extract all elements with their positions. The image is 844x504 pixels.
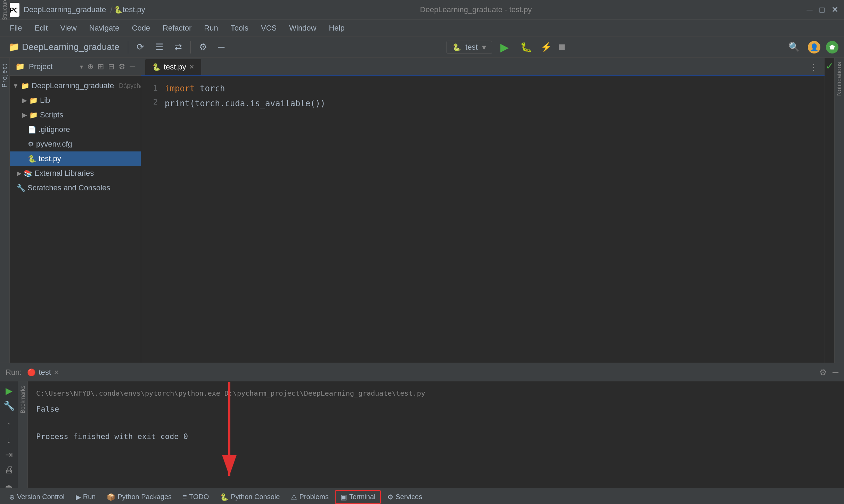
run-settings-btn[interactable]: ⚙ (819, 367, 827, 377)
menu-navigate[interactable]: Navigate (84, 22, 125, 35)
run-scroll-up-btn[interactable]: ↑ (7, 420, 11, 430)
bookmarks-label: Bookmarks (20, 386, 26, 413)
pyconsole-icon: 🐍 (220, 493, 229, 501)
menu-code[interactable]: Code (126, 22, 156, 35)
menu-vcs[interactable]: VCS (255, 22, 282, 35)
line-numbers: 1 2 (141, 81, 162, 357)
panel-locate-btn[interactable]: ⊕ (87, 62, 93, 71)
notifications-label[interactable]: Notifications (836, 62, 843, 96)
run-tab-icon: 🔴 (27, 368, 36, 377)
run-config-selector[interactable]: 🐍 test ▾ (446, 41, 492, 54)
code-area[interactable]: import torch print(torch.cuda.is_availab… (162, 81, 825, 357)
tree-item-external-libs[interactable]: ▶ 📚 External Libraries (10, 166, 141, 181)
extlib-label: External Libraries (34, 169, 94, 178)
toolbar-structure-btn[interactable]: ☰ (153, 40, 166, 54)
run-scroll-down-btn[interactable]: ↓ (7, 435, 11, 445)
testpy-label: test.py (39, 154, 61, 163)
scripts-folder-label: Scripts (40, 110, 63, 119)
run-wrench-btn[interactable]: 🔧 (3, 400, 15, 411)
window-controls[interactable]: ─ □ ✕ (806, 5, 838, 15)
tree-item-pyvenv[interactable]: ⚙ pyvenv.cfg (10, 137, 141, 151)
tree-item-scripts[interactable]: ▶ 📁 Scripts (10, 108, 141, 122)
run-restart-btn[interactable]: ▶ (6, 386, 13, 396)
toolbar-minus-btn[interactable]: ─ (215, 40, 227, 54)
tree-item-scratches[interactable]: 🔧 Scratches and Consoles (10, 181, 141, 195)
search-everywhere-button[interactable]: 🔍 (786, 40, 802, 54)
titlebar: PC DeepLearning_graduate / 🐍 test.py Dee… (0, 0, 844, 19)
python-console-btn[interactable]: 🐍 Python Console (215, 491, 285, 503)
user-avatar[interactable]: 👤 (808, 41, 820, 53)
project-sidebar-label[interactable]: Project (1, 63, 8, 88)
services-btn[interactable]: ⚙ Services (382, 491, 427, 503)
todo-btn[interactable]: ≡ TODO (178, 491, 214, 503)
menu-refactor[interactable]: Refactor (157, 22, 197, 35)
pyvenv-label: pyvenv.cfg (36, 140, 72, 149)
expand-icon-scripts: ▶ (22, 111, 27, 119)
panel-hide-btn[interactable]: ─ (130, 62, 135, 71)
run-print-btn[interactable]: 🖨 (5, 464, 14, 475)
tree-item-gitignore[interactable]: 📄 .gitignore (10, 122, 141, 137)
menu-edit[interactable]: Edit (29, 22, 53, 35)
menu-window[interactable]: Window (284, 22, 322, 35)
lib-folder-label: Lib (40, 96, 50, 105)
tree-item-lib[interactable]: ▶ 📁 Lib (10, 93, 141, 108)
menu-tools[interactable]: Tools (225, 22, 254, 35)
toolbar-settings-btn[interactable]: ⚙ (196, 40, 210, 54)
folder-icon: 📁 (15, 62, 25, 71)
editor-area: 🐍 test.py ✕ ⋮ 1 2 import torch print(tor… (141, 58, 825, 363)
terminal-btn[interactable]: ▣ Terminal (335, 490, 381, 504)
run-soft-wrap-btn[interactable]: ⇥ (5, 449, 13, 460)
titlebar-separator: / (110, 5, 113, 15)
run-tab-name: test (39, 368, 51, 377)
menu-help[interactable]: Help (323, 22, 350, 35)
titlebar-center-title: DeepLearning_graduate - test.py (145, 5, 807, 14)
pyconsole-label: Python Console (231, 493, 280, 501)
menu-run[interactable]: Run (198, 22, 223, 35)
main-area: Project 📁 Project ▾ ⊕ ⊞ ⊟ ⚙ ─ ▼ 📁 DeepLe… (0, 58, 844, 363)
terminal-icon: ▣ (341, 493, 347, 501)
toolbar-separator-1 (128, 41, 128, 53)
problems-btn[interactable]: ⚠ Problems (286, 491, 333, 503)
menu-view[interactable]: View (55, 22, 82, 35)
stop-button[interactable]: ⏹ (557, 42, 566, 52)
panel-settings-btn[interactable]: ⚙ (118, 62, 125, 71)
code-line-1: import torch (165, 81, 825, 96)
panel-expand-btn[interactable]: ⊞ (98, 62, 104, 71)
run-button[interactable]: ▶ (498, 39, 512, 55)
editor-content[interactable]: 1 2 import torch print(torch.cuda.is_ava… (141, 76, 825, 363)
maximize-button[interactable]: □ (820, 5, 825, 15)
run-with-coverage-button[interactable]: ⚡ (541, 42, 552, 52)
run-statusbar-btn[interactable]: ▶ Run (71, 491, 101, 503)
version-control-btn[interactable]: ⊕ Version Control (4, 491, 69, 503)
structure-left-strip: Structure (0, 0, 10, 18)
expand-icon-root: ▼ (13, 82, 19, 90)
toolbar-separator-2 (190, 41, 191, 53)
plugin-icon[interactable]: ⬟ (826, 41, 838, 53)
run-clear-btn[interactable]: 🗑 (5, 484, 14, 488)
pyvenv-icon: ⚙ (28, 140, 34, 148)
run-output-false: False (36, 402, 836, 416)
tree-item-testpy[interactable]: 🐍 test.py (10, 151, 141, 166)
editor-tab-testpy[interactable]: 🐍 test.py ✕ (145, 59, 201, 75)
tree-item-root[interactable]: ▼ 📁 DeepLearning_graduate D:\pycharm_pro… (10, 79, 141, 93)
run-status-icon: ▶ (76, 493, 81, 501)
toolbar-compare-btn[interactable]: ⇄ (172, 40, 185, 54)
editor-tabs: 🐍 test.py ✕ ⋮ (141, 58, 825, 76)
toolbar-project-btn[interactable]: 📁 DeepLearning_graduate (6, 40, 122, 54)
packages-label: Python Packages (117, 493, 172, 501)
python-packages-btn[interactable]: 📦 Python Packages (102, 491, 177, 503)
close-button[interactable]: ✕ (831, 5, 838, 15)
menu-file[interactable]: File (4, 22, 27, 35)
panel-collapse-btn[interactable]: ⊟ (108, 62, 114, 71)
run-header-right: ⚙ ─ (819, 367, 838, 377)
scratches-label: Scratches and Consoles (27, 183, 110, 192)
run-tab-close-btn[interactable]: ✕ (54, 369, 59, 376)
run-tab-test[interactable]: 🔴 test ✕ (27, 368, 59, 377)
minimize-button[interactable]: ─ (806, 5, 812, 15)
tab-close-btn[interactable]: ✕ (189, 63, 194, 71)
panel-dropdown-icon[interactable]: ▾ (80, 63, 83, 71)
toolbar-sync-btn[interactable]: ⟳ (134, 40, 147, 54)
debug-button[interactable]: 🐛 (517, 40, 535, 54)
tab-overflow-btn[interactable]: ⋮ (806, 60, 820, 75)
run-hide-btn[interactable]: ─ (833, 367, 838, 377)
